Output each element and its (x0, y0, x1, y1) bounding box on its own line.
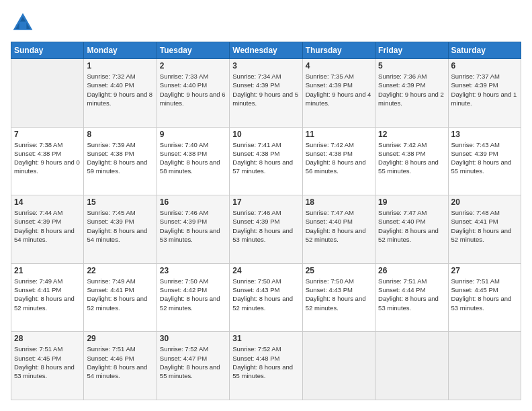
day-info: Sunrise: 7:46 AMSunset: 4:39 PMDaylight:… (232, 208, 299, 244)
day-info: Sunrise: 7:51 AMSunset: 4:45 PMDaylight:… (451, 277, 518, 312)
day-info: Sunrise: 7:40 AMSunset: 4:38 PMDaylight:… (160, 140, 226, 176)
calendar-cell: 17Sunrise: 7:46 AMSunset: 4:39 PMDayligh… (230, 195, 302, 264)
calendar-cell: 24Sunrise: 7:50 AMSunset: 4:43 PMDayligh… (230, 263, 302, 332)
logo (11, 11, 38, 35)
calendar-header-row: SundayMondayTuesdayWednesdayThursdayFrid… (11, 42, 521, 59)
calendar-cell: 21Sunrise: 7:49 AMSunset: 4:41 PMDayligh… (11, 263, 84, 332)
calendar-cell: 11Sunrise: 7:42 AMSunset: 4:38 PMDayligh… (302, 127, 375, 195)
calendar-cell: 20Sunrise: 7:48 AMSunset: 4:41 PMDayligh… (448, 195, 521, 264)
calendar-cell: 18Sunrise: 7:47 AMSunset: 4:40 PMDayligh… (302, 195, 375, 264)
weekday-header: Monday (84, 42, 157, 59)
calendar-cell: 14Sunrise: 7:44 AMSunset: 4:39 PMDayligh… (11, 195, 84, 264)
day-number: 8 (87, 130, 153, 139)
calendar-cell: 22Sunrise: 7:49 AMSunset: 4:41 PMDayligh… (84, 263, 157, 332)
day-info: Sunrise: 7:32 AMSunset: 4:40 PMDaylight:… (87, 72, 153, 107)
day-number: 7 (14, 130, 81, 139)
calendar-cell: 5Sunrise: 7:36 AMSunset: 4:39 PMDaylight… (375, 59, 448, 128)
calendar-cell: 2Sunrise: 7:33 AMSunset: 4:40 PMDaylight… (157, 59, 229, 128)
day-number: 13 (451, 130, 518, 139)
day-number: 14 (14, 197, 81, 207)
weekday-header: Saturday (448, 42, 521, 59)
day-info: Sunrise: 7:44 AMSunset: 4:39 PMDaylight:… (14, 208, 81, 244)
day-info: Sunrise: 7:52 AMSunset: 4:47 PMDaylight:… (160, 345, 226, 380)
day-number: 26 (378, 266, 445, 275)
day-info: Sunrise: 7:38 AMSunset: 4:38 PMDaylight:… (14, 140, 81, 176)
day-number: 11 (306, 130, 372, 139)
calendar-week-row: 1Sunrise: 7:32 AMSunset: 4:40 PMDaylight… (11, 59, 521, 128)
day-info: Sunrise: 7:39 AMSunset: 4:38 PMDaylight:… (87, 140, 153, 176)
calendar-cell: 15Sunrise: 7:45 AMSunset: 4:39 PMDayligh… (84, 195, 157, 264)
calendar-cell (448, 332, 521, 400)
day-number: 9 (160, 130, 226, 139)
day-number: 15 (87, 197, 153, 207)
calendar-cell: 19Sunrise: 7:47 AMSunset: 4:40 PMDayligh… (375, 195, 448, 264)
calendar-table: SundayMondayTuesdayWednesdayThursdayFrid… (11, 42, 521, 400)
calendar-cell (375, 332, 448, 400)
day-number: 24 (232, 266, 299, 275)
day-info: Sunrise: 7:49 AMSunset: 4:41 PMDaylight:… (87, 277, 153, 312)
calendar-cell: 26Sunrise: 7:51 AMSunset: 4:44 PMDayligh… (375, 263, 448, 332)
day-number: 25 (306, 266, 372, 275)
day-info: Sunrise: 7:42 AMSunset: 4:38 PMDaylight:… (306, 140, 372, 176)
weekday-header: Thursday (302, 42, 375, 59)
weekday-header: Wednesday (230, 42, 302, 59)
day-number: 4 (306, 61, 372, 71)
calendar-cell: 7Sunrise: 7:38 AMSunset: 4:38 PMDaylight… (11, 127, 84, 195)
generalblue-logo-icon (11, 11, 35, 35)
page: SundayMondayTuesdayWednesdayThursdayFrid… (0, 0, 532, 411)
calendar-cell: 3Sunrise: 7:34 AMSunset: 4:39 PMDaylight… (230, 59, 302, 128)
day-number: 29 (87, 334, 153, 343)
day-info: Sunrise: 7:47 AMSunset: 4:40 PMDaylight:… (378, 208, 445, 244)
day-info: Sunrise: 7:51 AMSunset: 4:45 PMDaylight:… (14, 345, 81, 380)
calendar-cell: 12Sunrise: 7:42 AMSunset: 4:38 PMDayligh… (375, 127, 448, 195)
day-number: 20 (451, 197, 518, 207)
day-info: Sunrise: 7:49 AMSunset: 4:41 PMDaylight:… (14, 277, 81, 312)
calendar-cell: 9Sunrise: 7:40 AMSunset: 4:38 PMDaylight… (157, 127, 229, 195)
calendar-cell: 29Sunrise: 7:51 AMSunset: 4:46 PMDayligh… (84, 332, 157, 400)
day-number: 19 (378, 197, 445, 207)
weekday-header: Sunday (11, 42, 84, 59)
header (11, 11, 521, 35)
day-info: Sunrise: 7:51 AMSunset: 4:44 PMDaylight:… (378, 277, 445, 312)
day-number: 27 (451, 266, 518, 275)
day-info: Sunrise: 7:34 AMSunset: 4:39 PMDaylight:… (232, 72, 299, 107)
day-info: Sunrise: 7:36 AMSunset: 4:39 PMDaylight:… (378, 72, 445, 107)
day-info: Sunrise: 7:41 AMSunset: 4:38 PMDaylight:… (232, 140, 299, 176)
calendar-week-row: 21Sunrise: 7:49 AMSunset: 4:41 PMDayligh… (11, 263, 521, 332)
day-number: 5 (378, 61, 445, 71)
day-number: 18 (306, 197, 372, 207)
day-number: 21 (14, 266, 81, 275)
calendar-cell: 31Sunrise: 7:52 AMSunset: 4:48 PMDayligh… (230, 332, 302, 400)
weekday-header: Tuesday (157, 42, 229, 59)
day-info: Sunrise: 7:52 AMSunset: 4:48 PMDaylight:… (232, 345, 299, 380)
calendar-cell: 23Sunrise: 7:50 AMSunset: 4:42 PMDayligh… (157, 263, 229, 332)
day-info: Sunrise: 7:46 AMSunset: 4:39 PMDaylight:… (160, 208, 226, 244)
calendar-cell: 13Sunrise: 7:43 AMSunset: 4:39 PMDayligh… (448, 127, 521, 195)
calendar-cell: 28Sunrise: 7:51 AMSunset: 4:45 PMDayligh… (11, 332, 84, 400)
svg-rect-2 (19, 21, 27, 29)
day-info: Sunrise: 7:35 AMSunset: 4:39 PMDaylight:… (306, 72, 372, 107)
day-info: Sunrise: 7:37 AMSunset: 4:39 PMDaylight:… (451, 72, 518, 107)
calendar-cell: 10Sunrise: 7:41 AMSunset: 4:38 PMDayligh… (230, 127, 302, 195)
calendar-cell: 6Sunrise: 7:37 AMSunset: 4:39 PMDaylight… (448, 59, 521, 128)
day-number: 28 (14, 334, 81, 343)
day-info: Sunrise: 7:50 AMSunset: 4:42 PMDaylight:… (160, 277, 226, 312)
weekday-header: Friday (375, 42, 448, 59)
day-info: Sunrise: 7:50 AMSunset: 4:43 PMDaylight:… (232, 277, 299, 312)
calendar-cell (302, 332, 375, 400)
calendar-cell: 30Sunrise: 7:52 AMSunset: 4:47 PMDayligh… (157, 332, 229, 400)
day-number: 3 (232, 61, 299, 71)
day-number: 12 (378, 130, 445, 139)
calendar-cell: 1Sunrise: 7:32 AMSunset: 4:40 PMDaylight… (84, 59, 157, 128)
day-number: 1 (87, 61, 153, 71)
day-number: 6 (451, 61, 518, 71)
calendar-week-row: 7Sunrise: 7:38 AMSunset: 4:38 PMDaylight… (11, 127, 521, 195)
day-info: Sunrise: 7:33 AMSunset: 4:40 PMDaylight:… (160, 72, 226, 107)
day-info: Sunrise: 7:43 AMSunset: 4:39 PMDaylight:… (451, 140, 518, 176)
calendar-cell: 8Sunrise: 7:39 AMSunset: 4:38 PMDaylight… (84, 127, 157, 195)
day-number: 16 (160, 197, 226, 207)
calendar-cell: 27Sunrise: 7:51 AMSunset: 4:45 PMDayligh… (448, 263, 521, 332)
day-number: 23 (160, 266, 226, 275)
day-number: 22 (87, 266, 153, 275)
day-number: 10 (232, 130, 299, 139)
